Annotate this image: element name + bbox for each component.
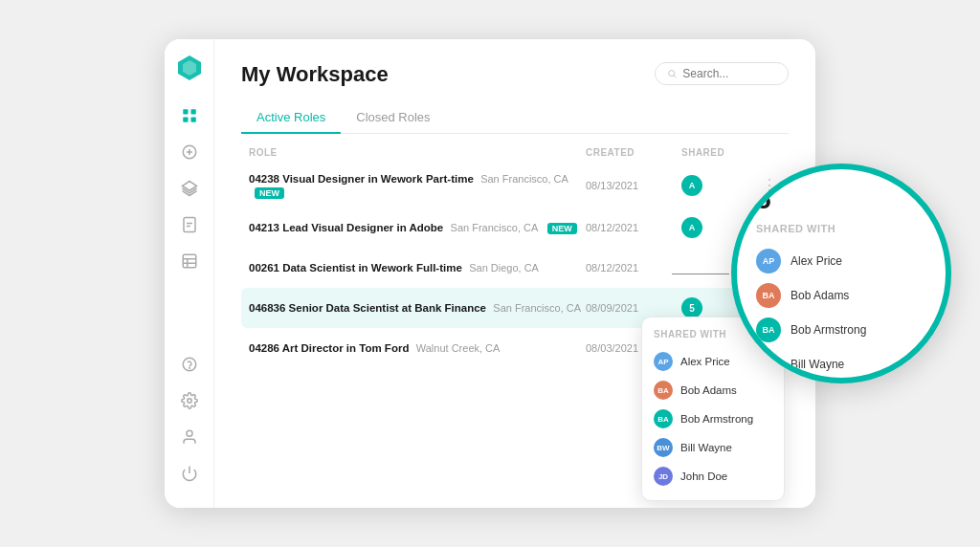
circle-item[interactable]: AP Alex Price — [756, 244, 936, 278]
role-name: 04238 Visual Designer in Wework Part-tim… — [249, 173, 474, 185]
dropdown-item[interactable]: BA Bob Armstrong — [642, 405, 784, 433]
circle-content: 5 Shared With AP Alex Price BA Bob Adams… — [737, 169, 946, 383]
col-role: ROLE — [249, 147, 586, 158]
circle-user-name: Bob Adams — [791, 289, 849, 302]
badge-new: NEW — [255, 187, 284, 199]
role-name: 046836 Senior Data Scientist at Bank Fin… — [249, 302, 486, 314]
role-location: San Francisco, CA — [480, 173, 568, 185]
role-name: 04286 Art Director in Tom Ford — [249, 342, 409, 354]
sidebar — [165, 39, 214, 508]
svg-line-23 — [674, 76, 676, 77]
col-created: CREATED — [586, 147, 681, 158]
sidebar-icon-grid[interactable] — [174, 100, 205, 131]
circle-user-name: Bill Wayne — [791, 358, 844, 371]
role-location: San Francisco, CA — [493, 302, 581, 314]
dropdown-user-name: John Doe — [680, 470, 727, 482]
circle-user-name: Bob Armstrong — [791, 323, 866, 337]
tab-closed-roles[interactable]: Closed Roles — [341, 102, 445, 134]
shared-cell: A — [681, 175, 758, 196]
circle-avatar: AP — [756, 249, 781, 274]
avatar: A — [681, 217, 702, 238]
dropdown-avatar: BA — [654, 409, 673, 428]
role-name: 00261 Data Scientist in Wework Full-time — [249, 262, 462, 274]
connector-line — [672, 274, 729, 274]
svg-point-18 — [189, 367, 189, 368]
table-row: 04213 Lead Visual Designer in Adobe San … — [241, 208, 789, 248]
sidebar-icon-user[interactable] — [174, 422, 205, 452]
date-cell: 08/13/2021 — [586, 180, 681, 191]
circle-item[interactable]: BA Bob Adams — [756, 278, 936, 313]
circle-count: 5 — [756, 186, 936, 213]
search-icon — [667, 68, 677, 79]
sidebar-icon-settings[interactable] — [174, 385, 205, 416]
badge-new: NEW — [547, 223, 577, 234]
svg-rect-13 — [183, 254, 196, 268]
col-shared: SHARED — [681, 147, 758, 158]
circle-user-name: Alex Price — [791, 254, 842, 268]
date-cell: 08/12/2021 — [586, 222, 681, 233]
tabs-container: Active Roles Closed Roles — [241, 102, 789, 134]
dropdown-user-name: Alex Price — [680, 356, 730, 367]
role-location: San Diego, CA — [469, 262, 539, 274]
table-row: 04238 Visual Designer in Wework Part-tim… — [241, 164, 789, 208]
sidebar-icon-file[interactable] — [174, 209, 205, 240]
magnified-circle: 5 Shared With AP Alex Price BA Bob Adams… — [731, 164, 951, 383]
search-bar[interactable] — [655, 62, 789, 85]
role-cell: 04238 Visual Designer in Wework Part-tim… — [249, 172, 586, 199]
sidebar-icon-table[interactable] — [174, 246, 205, 276]
sidebar-icon-power[interactable] — [174, 458, 205, 489]
dropdown-item[interactable]: BA Bob Adams — [642, 376, 784, 405]
svg-rect-4 — [183, 118, 188, 122]
dropdown-item[interactable]: BW Bill Wayne — [642, 433, 784, 462]
svg-rect-3 — [190, 109, 195, 114]
table-row: 00261 Data Scientist in Wework Full-time… — [241, 248, 789, 288]
table-header: ROLE CREATED SHARED — [241, 147, 789, 164]
role-cell: 04213 Lead Visual Designer in Adobe San … — [249, 221, 586, 234]
dropdown-avatar: BA — [654, 381, 673, 400]
role-cell: 046836 Senior Data Scientist at Bank Fin… — [249, 301, 586, 315]
circle-item[interactable]: BA Bob Armstrong — [756, 313, 936, 347]
role-cell: 04286 Art Director in Tom Ford Walnut Cr… — [249, 341, 586, 355]
circle-avatar: BA — [756, 283, 781, 308]
dropdown-item[interactable]: AP Alex Price — [642, 347, 784, 376]
role-location: San Francisco, CA — [451, 222, 539, 233]
svg-rect-2 — [183, 109, 188, 114]
outer-wrapper: My Workspace Active Roles Closed Roles R… — [0, 0, 980, 547]
date-cell: 08/12/2021 — [586, 262, 681, 274]
dropdown-user-name: Bob Adams — [680, 384, 737, 396]
dropdown-avatar: JD — [654, 467, 673, 486]
svg-point-20 — [187, 430, 192, 436]
svg-rect-5 — [190, 118, 195, 122]
app-logo[interactable] — [174, 53, 205, 83]
dropdown-item[interactable]: JD John Doe — [642, 462, 784, 491]
sidebar-icon-add[interactable] — [174, 137, 205, 167]
role-cell: 00261 Data Scientist in Wework Full-time… — [249, 261, 586, 274]
sidebar-icon-layers[interactable] — [174, 173, 205, 204]
shared-count-badge: 5 — [681, 297, 702, 318]
role-location: Walnut Creek, CA — [416, 342, 501, 354]
svg-point-19 — [187, 399, 191, 404]
sidebar-icon-help[interactable] — [174, 349, 205, 380]
search-input[interactable] — [682, 67, 776, 80]
tab-active-roles[interactable]: Active Roles — [241, 102, 341, 134]
avatar: A — [681, 175, 702, 196]
circle-section-title: Shared With — [756, 223, 936, 234]
dropdown-avatar: AP — [654, 352, 673, 371]
date-cell: 08/09/2021 — [586, 302, 681, 314]
dropdown-avatar: BW — [654, 438, 673, 457]
svg-point-22 — [669, 71, 675, 77]
dropdown-user-name: Bob Armstrong — [680, 413, 753, 425]
circle-avatar: BA — [756, 317, 781, 342]
role-name: 04213 Lead Visual Designer in Adobe — [249, 222, 443, 233]
dropdown-user-name: Bill Wayne — [680, 442, 732, 453]
svg-rect-10 — [184, 218, 195, 232]
